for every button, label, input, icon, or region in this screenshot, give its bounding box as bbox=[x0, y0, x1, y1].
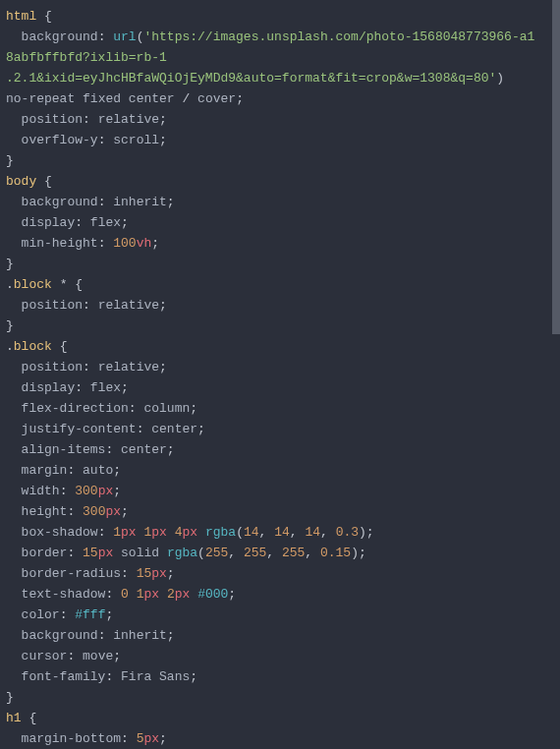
css-code-block[interactable]: html { background: url('https://images.u… bbox=[0, 0, 560, 749]
vertical-scrollbar-thumb[interactable] bbox=[552, 0, 560, 334]
vertical-scrollbar[interactable] bbox=[552, 0, 560, 749]
